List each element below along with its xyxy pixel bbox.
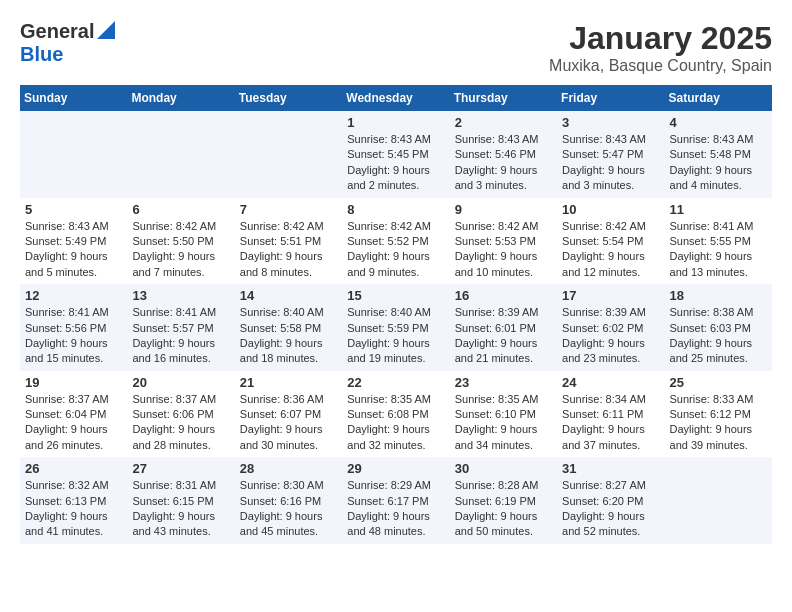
logo-blue: Blue — [20, 43, 63, 66]
day-info: Sunrise: 8:42 AMSunset: 5:52 PMDaylight:… — [347, 219, 444, 281]
day-number: 19 — [25, 375, 122, 390]
day-info: Sunrise: 8:33 AMSunset: 6:12 PMDaylight:… — [670, 392, 767, 454]
day-number: 9 — [455, 202, 552, 217]
week-row-4: 19Sunrise: 8:37 AMSunset: 6:04 PMDayligh… — [20, 371, 772, 458]
day-info: Sunrise: 8:40 AMSunset: 5:59 PMDaylight:… — [347, 305, 444, 367]
calendar-cell: 23Sunrise: 8:35 AMSunset: 6:10 PMDayligh… — [450, 371, 557, 458]
day-info: Sunrise: 8:42 AMSunset: 5:50 PMDaylight:… — [132, 219, 229, 281]
logo-general: General — [20, 20, 94, 43]
calendar-cell: 5Sunrise: 8:43 AMSunset: 5:49 PMDaylight… — [20, 198, 127, 285]
calendar-cell: 31Sunrise: 8:27 AMSunset: 6:20 PMDayligh… — [557, 457, 664, 544]
calendar-cell: 21Sunrise: 8:36 AMSunset: 6:07 PMDayligh… — [235, 371, 342, 458]
day-info: Sunrise: 8:27 AMSunset: 6:20 PMDaylight:… — [562, 478, 659, 540]
weekday-header-row: SundayMondayTuesdayWednesdayThursdayFrid… — [20, 85, 772, 111]
calendar-cell: 16Sunrise: 8:39 AMSunset: 6:01 PMDayligh… — [450, 284, 557, 371]
day-number: 25 — [670, 375, 767, 390]
day-number: 5 — [25, 202, 122, 217]
day-number: 3 — [562, 115, 659, 130]
day-info: Sunrise: 8:40 AMSunset: 5:58 PMDaylight:… — [240, 305, 337, 367]
calendar-cell: 18Sunrise: 8:38 AMSunset: 6:03 PMDayligh… — [665, 284, 772, 371]
calendar-cell: 14Sunrise: 8:40 AMSunset: 5:58 PMDayligh… — [235, 284, 342, 371]
day-info: Sunrise: 8:43 AMSunset: 5:46 PMDaylight:… — [455, 132, 552, 194]
logo: General Blue — [20, 20, 115, 66]
day-number: 16 — [455, 288, 552, 303]
calendar-cell: 29Sunrise: 8:29 AMSunset: 6:17 PMDayligh… — [342, 457, 449, 544]
day-info: Sunrise: 8:42 AMSunset: 5:53 PMDaylight:… — [455, 219, 552, 281]
day-info: Sunrise: 8:42 AMSunset: 5:51 PMDaylight:… — [240, 219, 337, 281]
week-row-5: 26Sunrise: 8:32 AMSunset: 6:13 PMDayligh… — [20, 457, 772, 544]
day-info: Sunrise: 8:42 AMSunset: 5:54 PMDaylight:… — [562, 219, 659, 281]
day-number: 15 — [347, 288, 444, 303]
week-row-1: 1Sunrise: 8:43 AMSunset: 5:45 PMDaylight… — [20, 111, 772, 198]
calendar-cell: 28Sunrise: 8:30 AMSunset: 6:16 PMDayligh… — [235, 457, 342, 544]
day-number: 7 — [240, 202, 337, 217]
weekday-header-saturday: Saturday — [665, 85, 772, 111]
day-info: Sunrise: 8:37 AMSunset: 6:06 PMDaylight:… — [132, 392, 229, 454]
weekday-header-thursday: Thursday — [450, 85, 557, 111]
day-number: 24 — [562, 375, 659, 390]
calendar-cell: 4Sunrise: 8:43 AMSunset: 5:48 PMDaylight… — [665, 111, 772, 198]
calendar-cell: 8Sunrise: 8:42 AMSunset: 5:52 PMDaylight… — [342, 198, 449, 285]
day-number: 17 — [562, 288, 659, 303]
day-info: Sunrise: 8:41 AMSunset: 5:57 PMDaylight:… — [132, 305, 229, 367]
calendar-cell: 30Sunrise: 8:28 AMSunset: 6:19 PMDayligh… — [450, 457, 557, 544]
day-info: Sunrise: 8:28 AMSunset: 6:19 PMDaylight:… — [455, 478, 552, 540]
day-info: Sunrise: 8:34 AMSunset: 6:11 PMDaylight:… — [562, 392, 659, 454]
day-info: Sunrise: 8:31 AMSunset: 6:15 PMDaylight:… — [132, 478, 229, 540]
day-info: Sunrise: 8:38 AMSunset: 6:03 PMDaylight:… — [670, 305, 767, 367]
day-info: Sunrise: 8:41 AMSunset: 5:55 PMDaylight:… — [670, 219, 767, 281]
day-number: 20 — [132, 375, 229, 390]
day-number: 10 — [562, 202, 659, 217]
calendar-cell: 24Sunrise: 8:34 AMSunset: 6:11 PMDayligh… — [557, 371, 664, 458]
calendar-cell: 19Sunrise: 8:37 AMSunset: 6:04 PMDayligh… — [20, 371, 127, 458]
day-info: Sunrise: 8:36 AMSunset: 6:07 PMDaylight:… — [240, 392, 337, 454]
day-info: Sunrise: 8:43 AMSunset: 5:47 PMDaylight:… — [562, 132, 659, 194]
day-info: Sunrise: 8:29 AMSunset: 6:17 PMDaylight:… — [347, 478, 444, 540]
day-number: 23 — [455, 375, 552, 390]
calendar-cell: 26Sunrise: 8:32 AMSunset: 6:13 PMDayligh… — [20, 457, 127, 544]
calendar-cell: 9Sunrise: 8:42 AMSunset: 5:53 PMDaylight… — [450, 198, 557, 285]
calendar-subtitle: Muxika, Basque Country, Spain — [549, 57, 772, 75]
day-info: Sunrise: 8:32 AMSunset: 6:13 PMDaylight:… — [25, 478, 122, 540]
calendar-cell: 3Sunrise: 8:43 AMSunset: 5:47 PMDaylight… — [557, 111, 664, 198]
calendar-cell: 20Sunrise: 8:37 AMSunset: 6:06 PMDayligh… — [127, 371, 234, 458]
day-info: Sunrise: 8:39 AMSunset: 6:01 PMDaylight:… — [455, 305, 552, 367]
page-header: General Blue January 2025 Muxika, Basque… — [20, 20, 772, 75]
day-info: Sunrise: 8:39 AMSunset: 6:02 PMDaylight:… — [562, 305, 659, 367]
calendar-cell: 17Sunrise: 8:39 AMSunset: 6:02 PMDayligh… — [557, 284, 664, 371]
day-number: 1 — [347, 115, 444, 130]
day-number: 22 — [347, 375, 444, 390]
weekday-header-tuesday: Tuesday — [235, 85, 342, 111]
logo-icon — [97, 21, 115, 39]
day-number: 30 — [455, 461, 552, 476]
week-row-2: 5Sunrise: 8:43 AMSunset: 5:49 PMDaylight… — [20, 198, 772, 285]
day-number: 12 — [25, 288, 122, 303]
calendar-cell: 13Sunrise: 8:41 AMSunset: 5:57 PMDayligh… — [127, 284, 234, 371]
weekday-header-sunday: Sunday — [20, 85, 127, 111]
calendar-title: January 2025 — [549, 20, 772, 57]
calendar-cell: 27Sunrise: 8:31 AMSunset: 6:15 PMDayligh… — [127, 457, 234, 544]
calendar-cell: 10Sunrise: 8:42 AMSunset: 5:54 PMDayligh… — [557, 198, 664, 285]
calendar-cell: 22Sunrise: 8:35 AMSunset: 6:08 PMDayligh… — [342, 371, 449, 458]
weekday-header-wednesday: Wednesday — [342, 85, 449, 111]
day-info: Sunrise: 8:43 AMSunset: 5:48 PMDaylight:… — [670, 132, 767, 194]
day-number: 27 — [132, 461, 229, 476]
calendar-cell: 7Sunrise: 8:42 AMSunset: 5:51 PMDaylight… — [235, 198, 342, 285]
day-number: 6 — [132, 202, 229, 217]
title-block: January 2025 Muxika, Basque Country, Spa… — [549, 20, 772, 75]
day-number: 13 — [132, 288, 229, 303]
day-number: 8 — [347, 202, 444, 217]
calendar-cell: 1Sunrise: 8:43 AMSunset: 5:45 PMDaylight… — [342, 111, 449, 198]
weekday-header-monday: Monday — [127, 85, 234, 111]
day-info: Sunrise: 8:43 AMSunset: 5:49 PMDaylight:… — [25, 219, 122, 281]
day-info: Sunrise: 8:35 AMSunset: 6:08 PMDaylight:… — [347, 392, 444, 454]
day-number: 26 — [25, 461, 122, 476]
day-number: 14 — [240, 288, 337, 303]
day-number: 31 — [562, 461, 659, 476]
weekday-header-friday: Friday — [557, 85, 664, 111]
calendar-cell: 25Sunrise: 8:33 AMSunset: 6:12 PMDayligh… — [665, 371, 772, 458]
calendar-cell — [235, 111, 342, 198]
calendar-cell — [20, 111, 127, 198]
day-number: 4 — [670, 115, 767, 130]
svg-marker-0 — [97, 21, 115, 39]
